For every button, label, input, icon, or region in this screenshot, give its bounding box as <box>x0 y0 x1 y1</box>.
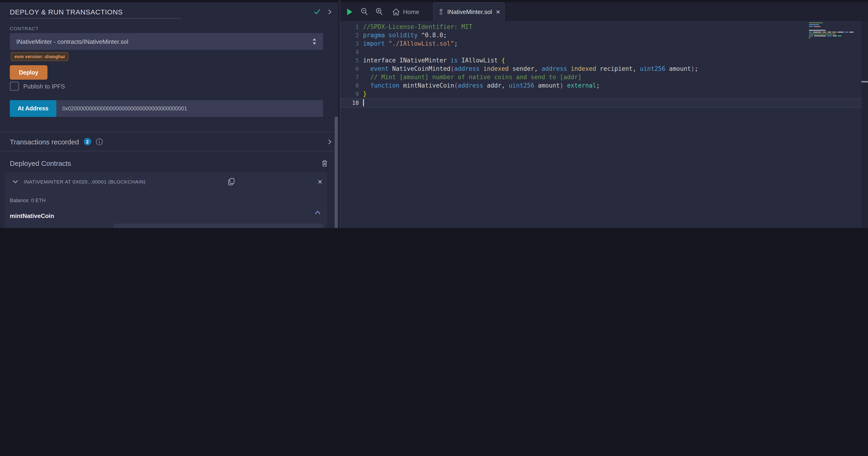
compiled-check-icon <box>314 9 321 15</box>
code-line[interactable]: 3import "./IAllowList.sol"; <box>340 39 862 48</box>
code-text: interface INativeMinter is IAllowList { <box>363 56 505 65</box>
contract-select-value: INativeMinter - contracts/INativeMinter.… <box>16 38 128 45</box>
line-number: 1 <box>340 23 359 31</box>
code-text: import "./IAllowList.sol"; <box>363 39 458 48</box>
line-number: 3 <box>340 39 359 48</box>
line-number: 4 <box>340 48 359 56</box>
at-address-input[interactable] <box>56 100 323 117</box>
panel-divider[interactable] <box>338 0 340 228</box>
line-number: 10 <box>340 99 359 107</box>
code-text: pragma solidity ^0.8.0; <box>363 31 447 39</box>
text-cursor <box>363 99 364 106</box>
remix-ide-window: DEPLOY & RUN TRANSACTIONS CONTRACT INati… <box>0 0 868 228</box>
panel-scrollbar[interactable] <box>335 116 338 228</box>
tab-home[interactable]: Home <box>392 2 419 21</box>
run-script-icon[interactable] <box>347 8 353 15</box>
transactions-recorded-label: Transactions recorded <box>10 138 79 146</box>
panel-expand-icon[interactable] <box>328 9 331 14</box>
code-text: } <box>363 90 367 98</box>
tab-inativeminter-label: INativeMinter.sol <box>447 8 492 16</box>
code-text: //SPDX-License-Identifier: MIT <box>363 23 472 31</box>
info-icon <box>96 138 103 145</box>
field-label: addr: <box>33 224 108 228</box>
solidity-file-icon <box>438 8 443 16</box>
deployed-contracts-label: Deployed Contracts <box>10 159 71 167</box>
field-input[interactable] <box>114 224 323 228</box>
editor-minimap[interactable] <box>809 22 861 39</box>
contract-instance-title: INATIVEMINTER AT 0X020...00001 (BLOCKCHA… <box>24 179 146 184</box>
chevron-down-icon[interactable] <box>12 180 18 183</box>
chevron-up-icon[interactable] <box>315 210 321 215</box>
deploy-run-panel: DEPLOY & RUN TRANSACTIONS CONTRACT INati… <box>0 2 338 228</box>
code-editor[interactable]: 1//SPDX-License-Identifier: MIT2pragma s… <box>340 21 868 228</box>
code-line[interactable]: 6 event NativeCoinMinted(address indexed… <box>340 65 862 73</box>
tab-close-icon[interactable]: ✕ <box>496 9 500 15</box>
line-number: 5 <box>340 56 359 65</box>
code-line[interactable]: 4 <box>340 48 862 56</box>
balance-label: Balance: 0 ETH <box>10 198 45 203</box>
select-updown-icon <box>312 38 316 45</box>
scroll-marker <box>862 81 868 82</box>
code-line[interactable]: 10 <box>340 98 862 108</box>
line-number: 8 <box>340 82 359 90</box>
at-address-button[interactable]: At Address <box>10 100 56 117</box>
deploy-button[interactable]: Deploy <box>10 65 48 80</box>
code-text: // Mint [amount] number of native coins … <box>363 73 582 82</box>
publish-ipfs-checkbox[interactable] <box>10 82 19 91</box>
home-icon <box>392 8 400 15</box>
editor-tabbar: Home INativeMinter.sol ✕ <box>340 2 868 21</box>
code-text: function mintNativeCoin(address addr, ui… <box>363 82 600 90</box>
deployed-contract-card: INATIVEMINTER AT 0X020...00001 (BLOCKCHA… <box>5 172 327 228</box>
line-number: 9 <box>340 90 359 98</box>
panel-header: DEPLOY & RUN TRANSACTIONS <box>10 6 331 17</box>
publish-ipfs-row: Publish to IPFS <box>10 82 65 90</box>
code-line[interactable]: 1//SPDX-License-Identifier: MIT <box>340 23 862 31</box>
at-address-row: At Address <box>10 100 323 117</box>
publish-ipfs-label: Publish to IPFS <box>23 83 65 90</box>
code-line[interactable]: 8 function mintNativeCoin(address addr, … <box>340 82 862 90</box>
page-title: DEPLOY & RUN TRANSACTIONS <box>10 8 123 16</box>
line-number: 7 <box>340 73 359 82</box>
deployed-contracts-heading: Deployed Contracts <box>0 156 338 170</box>
contract-label: CONTRACT <box>10 26 39 31</box>
code-line[interactable]: 9} <box>340 90 862 98</box>
code-line[interactable]: 2pragma solidity ^0.8.0; <box>340 31 862 39</box>
remove-contract-icon[interactable]: ✕ <box>317 178 322 185</box>
zoom-in-icon[interactable] <box>376 8 382 16</box>
tab-home-label: Home <box>403 8 419 15</box>
tab-inativeminter[interactable]: INativeMinter.sol ✕ <box>433 2 504 21</box>
editor-scroll-gutter[interactable] <box>862 21 868 228</box>
contract-card-header[interactable]: INATIVEMINTER AT 0X020...00001 (BLOCKCHA… <box>5 176 327 187</box>
expanded-function-name: mintNativeCoin <box>10 212 54 219</box>
transactions-recorded-section[interactable]: Transactions recorded 2 <box>0 132 338 151</box>
tabbar-icons <box>347 2 382 21</box>
header-underline <box>10 18 182 19</box>
zoom-out-icon[interactable] <box>361 8 368 16</box>
line-number: 6 <box>340 65 359 73</box>
trash-icon[interactable] <box>321 160 328 167</box>
code-line[interactable]: 5interface INativeMinter is IAllowList { <box>340 56 862 65</box>
top-strip <box>0 0 868 2</box>
evm-version-badge: evm version: shanghai <box>11 52 69 61</box>
transactions-count-badge: 2 <box>84 138 91 145</box>
transactions-expand-icon[interactable] <box>328 139 331 144</box>
copy-icon[interactable] <box>228 178 235 186</box>
code-text: event NativeCoinMinted(address indexed s… <box>363 65 698 73</box>
line-number: 2 <box>340 31 359 39</box>
contract-select[interactable]: INativeMinter - contracts/INativeMinter.… <box>10 33 323 50</box>
code-line[interactable]: 7 // Mint [amount] number of native coin… <box>340 73 862 82</box>
